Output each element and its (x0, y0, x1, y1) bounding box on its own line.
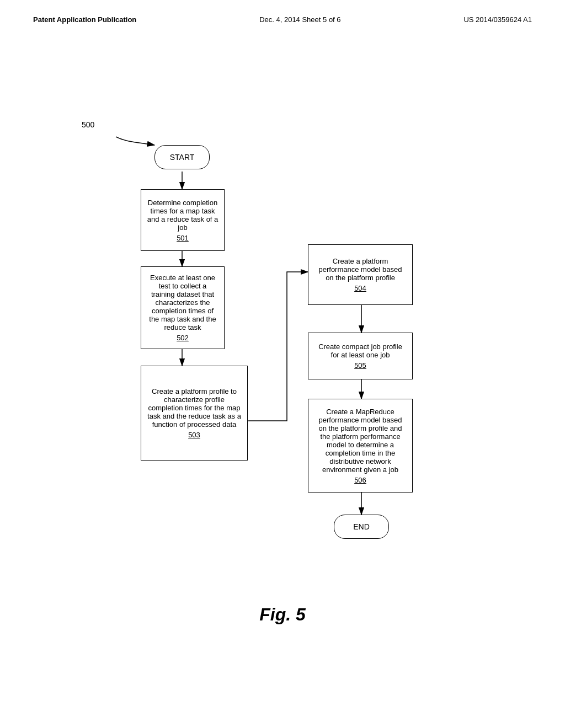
start-box: START (154, 145, 210, 169)
page: Patent Application Publication Dec. 4, 2… (0, 0, 565, 728)
box-502: Execute at least one test to collect a t… (141, 266, 225, 349)
label-500: 500 (82, 120, 94, 129)
box-506: Create a MapReduce performance model bas… (308, 399, 413, 493)
box-505: Create compact job profile for at least … (308, 333, 413, 379)
box-503: Create a platform profile to characteriz… (141, 366, 248, 461)
header: Patent Application Publication Dec. 4, 2… (0, 0, 565, 29)
box-504: Create a platform performance model base… (308, 244, 413, 305)
diagram-area: 500 START Determine completion times for… (0, 35, 565, 641)
fig-label: Fig. 5 (0, 604, 565, 625)
header-center: Dec. 4, 2014 Sheet 5 of 6 (259, 15, 340, 24)
box-501: Determine completion times for a map tas… (141, 189, 225, 251)
header-right: US 2014/0359624 A1 (463, 15, 532, 24)
header-left: Patent Application Publication (33, 15, 136, 24)
end-box: END (334, 515, 389, 539)
